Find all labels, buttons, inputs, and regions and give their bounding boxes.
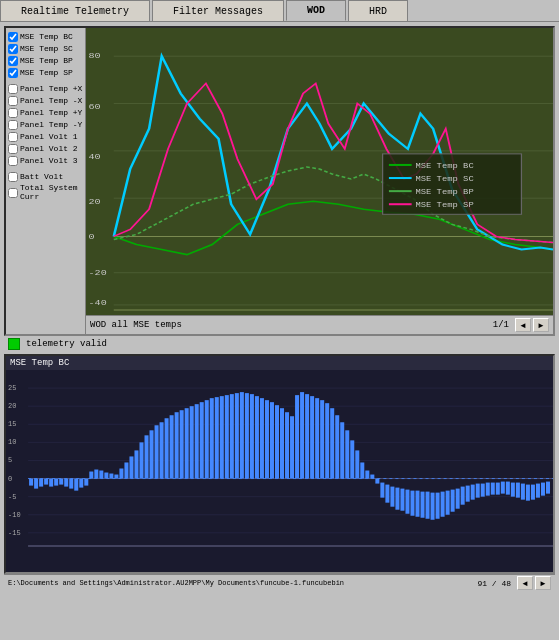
svg-rect-126 [436, 493, 440, 519]
svg-text:-10: -10 [8, 511, 21, 519]
top-panel: MSE Temp BC MSE Temp SC MSE Temp BP MSE … [4, 26, 555, 336]
svg-text:60: 60 [89, 102, 101, 112]
svg-rect-48 [44, 479, 48, 485]
svg-rect-109 [350, 440, 354, 478]
svg-rect-89 [250, 394, 254, 478]
svg-rect-52 [64, 479, 68, 487]
svg-rect-91 [260, 398, 264, 478]
bottom-chart: 25 20 15 10 5 0 -5 -10 -15 [6, 370, 553, 566]
svg-rect-56 [84, 479, 88, 486]
svg-rect-98 [295, 395, 299, 478]
svg-rect-53 [69, 479, 73, 489]
bottom-chart-title: MSE Temp BC [6, 356, 553, 370]
svg-text:0: 0 [8, 475, 12, 483]
sidebar-item-batt-volt[interactable]: Batt Volt [8, 172, 83, 182]
sidebar-item-total-system-curr[interactable]: Total System Curr [8, 184, 83, 202]
sidebar-item-panel-volt-2[interactable]: Panel Volt 2 [8, 144, 83, 154]
svg-rect-115 [380, 483, 384, 498]
svg-rect-62 [114, 475, 118, 479]
svg-rect-66 [134, 450, 138, 478]
svg-rect-114 [375, 479, 379, 484]
svg-text:MSE Temp SC: MSE Temp SC [415, 175, 473, 183]
tab-wod[interactable]: WOD [286, 0, 346, 21]
svg-text:20: 20 [8, 402, 16, 410]
svg-rect-146 [536, 484, 540, 498]
svg-rect-147 [541, 483, 545, 496]
tab-realtime-telemetry[interactable]: Realtime Telemetry [0, 0, 150, 21]
svg-rect-127 [441, 492, 445, 517]
svg-rect-73 [170, 415, 174, 478]
tab-filter-messages[interactable]: Filter Messages [152, 0, 284, 21]
svg-rect-51 [59, 479, 63, 485]
chart-prev-button[interactable]: ◄ [515, 318, 531, 332]
svg-text:40: 40 [89, 152, 101, 162]
svg-rect-140 [506, 482, 510, 495]
sidebar-item-panel-volt-1[interactable]: Panel Volt 1 [8, 132, 83, 142]
bottom-next-button[interactable]: ► [535, 576, 551, 590]
bottom-pagination: 91 / 48 [477, 579, 511, 588]
chart-footer: WOD all MSE temps 1/1 ◄ ► [86, 315, 553, 334]
sidebar-item-panel-temp-ny[interactable]: Panel Temp -Y [8, 120, 83, 130]
tab-hrd[interactable]: HRD [348, 0, 408, 21]
svg-rect-58 [94, 470, 98, 479]
svg-rect-119 [400, 489, 404, 511]
chart-nav-controls: 1/1 ◄ ► [493, 318, 549, 332]
sidebar-item-panel-temp-py[interactable]: Panel Temp +Y [8, 108, 83, 118]
sidebar-item-mse-temp-bp[interactable]: MSE Temp BP [8, 56, 83, 66]
svg-rect-75 [180, 410, 184, 478]
svg-text:-20: -20 [89, 268, 107, 278]
svg-rect-125 [431, 493, 435, 520]
svg-rect-87 [240, 392, 244, 478]
svg-rect-69 [150, 430, 154, 478]
tab-bar: Realtime Telemetry Filter Messages WOD H… [0, 0, 559, 22]
svg-rect-138 [496, 483, 500, 495]
svg-rect-106 [335, 415, 339, 478]
svg-rect-132 [466, 486, 470, 502]
svg-rect-111 [360, 462, 364, 478]
svg-rect-131 [461, 487, 465, 505]
sidebar-item-mse-temp-sc[interactable]: MSE Temp SC [8, 44, 83, 54]
sidebar-item-panel-temp-nx[interactable]: Panel Temp -X [8, 96, 83, 106]
svg-rect-50 [54, 479, 58, 486]
svg-text:-15: -15 [8, 529, 21, 537]
svg-rect-148 [546, 482, 550, 494]
svg-text:80: 80 [89, 51, 101, 61]
svg-rect-46 [34, 479, 38, 489]
svg-rect-85 [230, 394, 234, 478]
main-content: MSE Temp BC MSE Temp SC MSE Temp BP MSE … [0, 22, 559, 595]
svg-rect-93 [270, 402, 274, 478]
svg-rect-139 [501, 482, 505, 494]
svg-rect-116 [385, 485, 389, 503]
svg-rect-94 [275, 405, 279, 478]
filepath-label: E:\Documents and Settings\Administrator.… [8, 579, 344, 587]
svg-rect-99 [300, 392, 304, 478]
svg-rect-103 [320, 400, 324, 478]
svg-rect-136 [486, 483, 490, 496]
svg-text:25: 25 [8, 384, 16, 392]
chart-next-button[interactable]: ► [533, 318, 549, 332]
svg-text:10: 10 [8, 438, 16, 446]
sidebar-item-mse-temp-sp[interactable]: MSE Temp SP [8, 68, 83, 78]
sidebar-item-panel-temp-px[interactable]: Panel Temp +X [8, 84, 83, 94]
svg-rect-133 [471, 485, 475, 500]
svg-rect-57 [89, 472, 93, 479]
sidebar-item-panel-volt-3[interactable]: Panel Volt 3 [8, 156, 83, 166]
svg-rect-25 [6, 370, 553, 566]
sidebar-item-mse-temp-bc[interactable]: MSE Temp BC [8, 32, 83, 42]
svg-rect-100 [305, 394, 309, 478]
svg-rect-76 [185, 408, 189, 478]
wod-chart: 80 60 40 20 0 -20 -40 [86, 28, 553, 315]
svg-rect-71 [160, 422, 164, 478]
bottom-footer: E:\Documents and Settings\Administrator.… [4, 574, 555, 591]
svg-text:-5: -5 [8, 493, 16, 501]
svg-rect-49 [49, 479, 53, 487]
chart-label: WOD all MSE temps [90, 320, 182, 330]
svg-rect-108 [345, 430, 349, 478]
svg-text:15: 15 [8, 420, 16, 428]
svg-rect-145 [531, 485, 535, 500]
svg-rect-60 [104, 473, 108, 479]
svg-text:20: 20 [89, 197, 101, 207]
bottom-prev-button[interactable]: ◄ [517, 576, 533, 590]
svg-rect-104 [325, 403, 329, 478]
svg-rect-97 [290, 416, 294, 478]
